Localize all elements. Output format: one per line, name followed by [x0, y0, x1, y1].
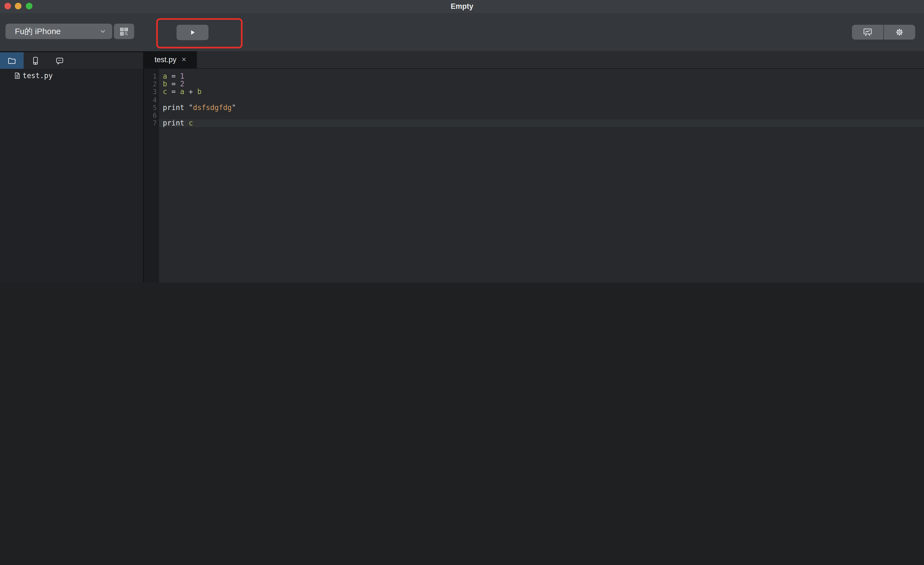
sidebar-tab-console[interactable] [48, 52, 72, 69]
sidebar: test.py + [0, 52, 143, 282]
file-name: test.py [22, 71, 53, 80]
code-line: b = 2 [159, 80, 924, 88]
line-number: 4 [144, 96, 157, 104]
presentation-chart-icon [862, 27, 873, 38]
window-title: Empty [0, 0, 924, 13]
titlebar: Empty [0, 0, 924, 13]
close-tab-icon[interactable]: ✕ [182, 56, 186, 63]
code-line [159, 112, 924, 119]
main-toolbar: Fu的 iPhone [0, 13, 924, 52]
editor-tab-testpy[interactable]: test.py ✕ [144, 51, 197, 68]
code-line [159, 96, 924, 104]
code-line: print "dsfsdgfdg" [159, 104, 924, 112]
code-line: c = a + b [159, 88, 924, 96]
file-list-item[interactable]: test.py [0, 70, 143, 81]
sidebar-tab-files[interactable] [0, 52, 24, 69]
run-button[interactable] [177, 25, 208, 40]
editor-tabbar: test.py ✕ [144, 51, 924, 68]
line-numbers: 1234567 [144, 73, 157, 127]
chevron-down-icon [99, 27, 107, 35]
qr-code-icon [119, 27, 129, 36]
code-line: a = 1 [159, 73, 924, 80]
sidebar-tab-strip [0, 52, 143, 69]
editor-gutter: 1234567 [144, 69, 159, 282]
performance-monitor-button[interactable] [852, 25, 883, 40]
phone-icon [31, 56, 40, 65]
device-selector-dropdown[interactable]: Fu的 iPhone [6, 24, 112, 39]
chat-bubble-icon [55, 56, 64, 65]
line-number: 5 [144, 104, 157, 112]
sidebar-tab-device[interactable] [24, 52, 48, 69]
line-number: 1 [144, 73, 157, 80]
device-selector-label: Fu的 iPhone [6, 26, 99, 37]
code-content: a = 1b = 2c = a + bprint "dsfsdgfdg"prin… [159, 73, 924, 127]
gear-icon [894, 27, 905, 38]
file-document-icon [14, 72, 21, 79]
settings-button[interactable] [884, 25, 915, 40]
folder-icon [7, 56, 16, 65]
qr-code-button[interactable] [114, 24, 134, 39]
line-number: 7 [144, 119, 157, 127]
editor-tab-title: test.py [154, 56, 177, 64]
line-number: 6 [144, 112, 157, 119]
code-line: print c [159, 119, 924, 127]
app-window: Empty Fu的 iPhone [0, 0, 924, 282]
line-number: 2 [144, 80, 157, 88]
line-number: 3 [144, 88, 157, 96]
code-editor[interactable]: 1234567 a = 1b = 2c = a + bprint "dsfsdg… [144, 68, 924, 282]
play-icon [189, 29, 196, 36]
